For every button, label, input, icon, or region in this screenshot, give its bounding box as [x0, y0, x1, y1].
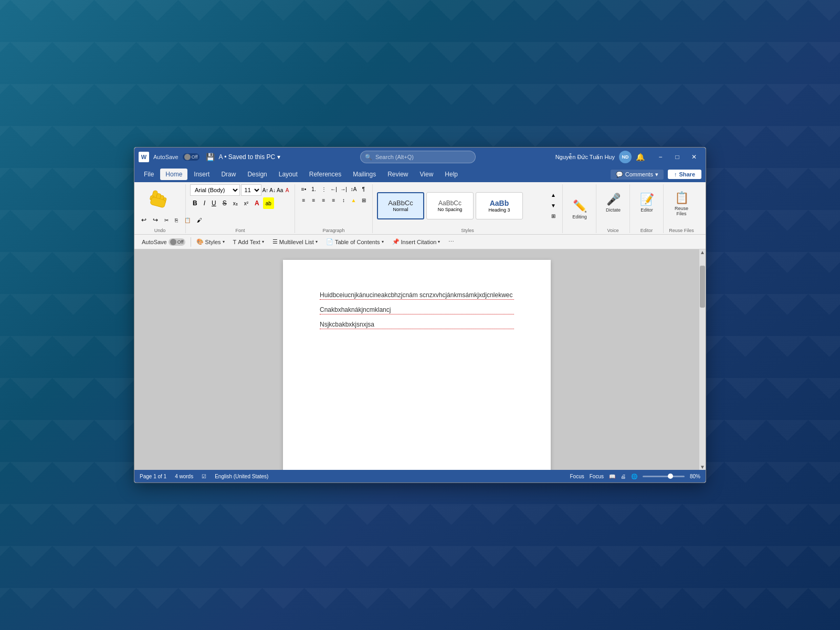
web-view-icon[interactable]: 🌐: [631, 474, 637, 479]
add-text-label: Add Text: [238, 239, 260, 245]
zoom-thumb[interactable]: [668, 474, 673, 479]
vertical-scrollbar[interactable]: ▲ ▼: [699, 249, 706, 470]
document-page-area[interactable]: Huidbceiucnjkánucineakcbhzjcnám scnzxvhc…: [134, 249, 699, 470]
doc-line-3[interactable]: Nsjkcbakbxkjsnxjsa: [320, 321, 514, 329]
bold-button[interactable]: B: [190, 197, 200, 209]
notification-icon[interactable]: 🔔: [636, 153, 645, 161]
align-left-button[interactable]: ≡: [299, 195, 308, 205]
insert-citation-toolbar[interactable]: 📌 Insert Citation ▾: [389, 237, 444, 246]
read-view-icon[interactable]: 📖: [609, 474, 615, 479]
font-name-select[interactable]: Arial (Body): [190, 184, 240, 196]
maximize-button[interactable]: □: [670, 151, 685, 163]
sort-button[interactable]: ↕A: [349, 184, 358, 194]
multilevel-arrow: ▾: [316, 239, 318, 244]
print-view-icon[interactable]: 🖨: [621, 474, 626, 479]
line-spacing-button[interactable]: ↕: [339, 195, 348, 205]
highlight-button[interactable]: ab: [263, 197, 274, 209]
share-button[interactable]: ↑ Share: [668, 170, 701, 179]
menu-home[interactable]: Home: [160, 169, 187, 180]
reuse-group-label: Reuse Files: [668, 227, 695, 233]
numbering-button[interactable]: 1.: [309, 184, 318, 194]
styles-toolbar-label: Styles: [205, 239, 221, 245]
comments-button[interactable]: 💬 Comments ▾: [611, 170, 664, 180]
style-heading3[interactable]: AaBb Heading 3: [476, 192, 523, 219]
increase-indent-button[interactable]: →|: [339, 184, 348, 194]
editor-button[interactable]: 📝 Editor: [634, 191, 659, 214]
doc-line-2[interactable]: Cnakbxhaknákjncmklancj: [320, 306, 514, 314]
spell-check-icon[interactable]: ☑: [202, 474, 206, 479]
menu-draw[interactable]: Draw: [216, 169, 241, 180]
scroll-up-button[interactable]: ▲: [699, 249, 706, 255]
reuse-files-button[interactable]: 📋 Reuse Files: [669, 189, 694, 217]
align-center-button[interactable]: ≡: [309, 195, 318, 205]
subscript-button[interactable]: x₂: [230, 197, 240, 209]
bullets-button[interactable]: ≡•: [299, 184, 308, 194]
language-info[interactable]: English (United States): [215, 474, 268, 479]
menu-file[interactable]: File: [139, 169, 159, 180]
multilevel-button[interactable]: ⋮: [319, 184, 328, 194]
justify-button[interactable]: ≡: [329, 195, 338, 205]
menu-insert[interactable]: Insert: [188, 169, 215, 180]
menu-design[interactable]: Design: [242, 169, 272, 180]
copy-button[interactable]: ⎘: [172, 214, 181, 226]
multilevel-list-toolbar[interactable]: ☰ Multilevel List ▾: [269, 237, 321, 246]
show-marks-button[interactable]: ¶: [359, 184, 368, 194]
autosave-toggle[interactable]: Off: [183, 153, 200, 161]
italic-button[interactable]: I: [201, 197, 208, 209]
zoom-level[interactable]: 80%: [690, 474, 700, 479]
styles-more[interactable]: ⊞: [549, 212, 558, 221]
menu-mailings[interactable]: Mailings: [348, 169, 381, 180]
scroll-down-button[interactable]: ▼: [699, 464, 706, 470]
avatar[interactable]: ND: [619, 151, 632, 163]
shading-button[interactable]: ▲: [349, 195, 358, 205]
styles-scroll-down[interactable]: ▼: [549, 201, 558, 211]
strikethrough-button[interactable]: S: [220, 197, 229, 209]
align-right-button[interactable]: ≡: [319, 195, 328, 205]
menu-help[interactable]: Help: [439, 169, 463, 180]
clear-format-button[interactable]: A: [284, 185, 290, 195]
menu-review[interactable]: Review: [382, 169, 413, 180]
paragraph-group-label: Paragraph: [299, 227, 368, 233]
undo-button[interactable]: ↩: [139, 214, 149, 226]
title-dropdown-arrow[interactable]: ▾: [277, 153, 280, 161]
more-toolbar[interactable]: ⋯: [445, 237, 457, 246]
page-info[interactable]: Page 1 of 1: [140, 474, 166, 479]
change-case-button[interactable]: Aa: [277, 185, 283, 195]
decrease-indent-button[interactable]: ←|: [329, 184, 338, 194]
borders-button[interactable]: ⊞: [359, 195, 368, 205]
cut-button[interactable]: ✂: [162, 214, 171, 226]
superscript-button[interactable]: x²: [242, 197, 251, 209]
font-color-button[interactable]: A: [252, 197, 262, 209]
focus-label[interactable]: Focus: [590, 474, 604, 479]
table-of-contents-toolbar[interactable]: 📄 Table of Contents ▾: [323, 237, 387, 246]
decrease-font-button[interactable]: A↓: [269, 185, 276, 195]
comments-arrow: ▾: [655, 171, 658, 178]
focus-button[interactable]: Focus: [570, 474, 584, 479]
styles-toolbar-item[interactable]: 🎨 Styles ▾: [193, 237, 228, 246]
scrollbar-thumb[interactable]: [700, 266, 705, 308]
menu-layout[interactable]: Layout: [274, 169, 303, 180]
document-page[interactable]: Huidbceiucnjkánucineakcbhzjcnám scnzxvhc…: [283, 260, 551, 470]
add-text-toolbar-item[interactable]: T Add Text ▾: [230, 238, 267, 246]
style-normal[interactable]: AaBbCc Normal: [377, 192, 424, 219]
close-button[interactable]: ✕: [687, 151, 701, 163]
word-count[interactable]: 4 words: [175, 474, 193, 479]
autosave-toolbar[interactable]: AutoSave Off: [139, 237, 188, 247]
editing-button[interactable]: ✏️ Editing: [567, 197, 592, 220]
style-no-spacing[interactable]: AaBbCc No Spacing: [426, 192, 474, 219]
doc-line-1[interactable]: Huidbceiucnjkánucineakcbhzjcnám scnzxvhc…: [320, 291, 514, 300]
menu-references[interactable]: References: [304, 169, 346, 180]
dictate-button[interactable]: 🎤 Dictate: [601, 191, 626, 214]
underline-button[interactable]: U: [209, 197, 219, 209]
styles-scroll-up[interactable]: ▲: [549, 191, 558, 200]
save-disk-icon[interactable]: 💾: [206, 153, 215, 161]
menu-view[interactable]: View: [415, 169, 439, 180]
minimize-button[interactable]: −: [653, 151, 668, 163]
search-bar[interactable]: 🔍 Search (Alt+Q): [360, 151, 476, 163]
font-size-select[interactable]: 11: [241, 184, 261, 196]
zoom-slider[interactable]: [643, 476, 685, 477]
redo-button[interactable]: ↪: [150, 214, 161, 226]
autosave-toolbar-toggle[interactable]: Off: [169, 238, 185, 246]
style-heading-label: Heading 3: [488, 207, 510, 213]
increase-font-button[interactable]: A↑: [262, 185, 269, 195]
